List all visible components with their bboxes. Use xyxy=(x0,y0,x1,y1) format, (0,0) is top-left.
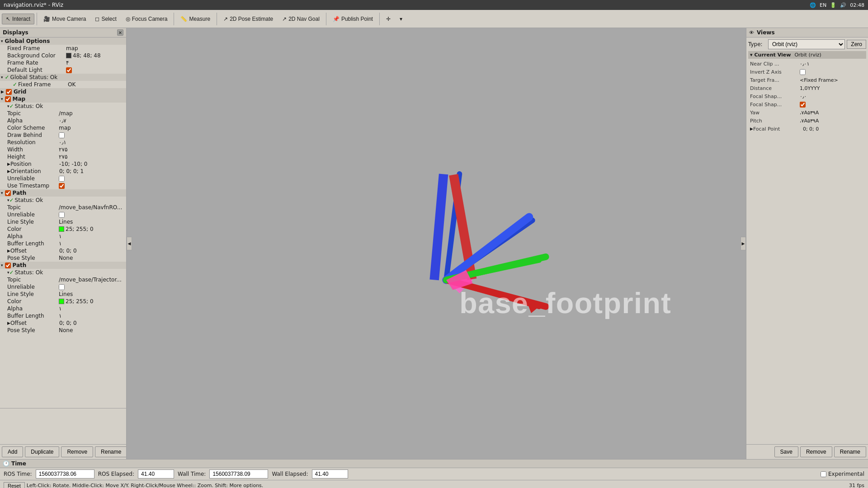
fixed-frame-value[interactable]: map xyxy=(66,45,78,52)
path2-expand[interactable]: ▾ xyxy=(1,263,3,267)
pitch-value[interactable]: ،۷A۵۳۹A xyxy=(800,118,864,124)
default-light-checkbox[interactable] xyxy=(66,67,72,73)
target-frame-value[interactable]: <Fixed Frame> xyxy=(800,77,864,83)
chevron-down-icon: ▾ xyxy=(400,16,402,22)
ros-time-input[interactable] xyxy=(36,469,94,479)
right-collapse-button[interactable]: ▶ xyxy=(741,237,746,250)
path2-offset-row[interactable]: ▶ Offset 0; 0; 0 xyxy=(0,319,126,327)
map-expand[interactable]: ▾ xyxy=(1,97,3,101)
interact-button[interactable]: ↖ Interact xyxy=(2,14,34,24)
map-orientation-expand[interactable]: ▶ xyxy=(7,169,10,174)
invert-z-checkbox[interactable] xyxy=(800,69,806,75)
path1-pose-style-value[interactable]: None xyxy=(59,255,73,261)
extra-tools-button[interactable]: ✛ xyxy=(382,14,395,24)
views-save-button[interactable]: Save xyxy=(774,446,798,457)
focus-camera-button[interactable]: ◎ Focus Camera xyxy=(122,14,172,24)
map-checkbox[interactable] xyxy=(5,96,11,102)
path1-checkbox[interactable] xyxy=(5,190,11,196)
bg-color-swatch[interactable] xyxy=(66,53,71,58)
path2-unreliable-label: Unreliable xyxy=(7,284,59,290)
path2-row[interactable]: ▾ Path xyxy=(0,262,126,269)
global-status-expand[interactable]: ▾ xyxy=(1,75,3,80)
map-unreliable-checkbox[interactable] xyxy=(59,176,65,182)
displays-close-button[interactable]: ✕ xyxy=(117,29,123,36)
map-use-timestamp-checkbox[interactable] xyxy=(59,183,65,189)
yaw-value[interactable]: ،۷A۵۳۹A xyxy=(800,110,864,116)
map-alpha-value[interactable]: ۰٫۷ xyxy=(59,117,66,124)
reset-button[interactable]: Reset xyxy=(4,482,25,488)
rename-button[interactable]: Rename xyxy=(95,446,127,457)
views-type-select[interactable]: Orbit (rviz) xyxy=(768,39,845,49)
path1-offset-row[interactable]: ▶ Offset 0; 0; 0 xyxy=(0,247,126,254)
path2-line-style-value[interactable]: Lines xyxy=(59,291,73,297)
duplicate-button[interactable]: Duplicate xyxy=(25,446,59,457)
ros-elapsed-input[interactable] xyxy=(138,469,174,479)
pose-estimate-button[interactable]: ↗ 2D Pose Estimate xyxy=(219,14,277,24)
path1-row[interactable]: ▾ Path xyxy=(0,189,126,197)
path1-buffer-length-value[interactable]: ۱ xyxy=(59,240,61,247)
map-resolution-label: Resolution xyxy=(7,139,59,145)
path1-pose-style-label: Pose Style xyxy=(7,255,59,261)
near-clip-value[interactable]: ۰٫۰۱ xyxy=(800,61,864,67)
global-options-expand[interactable]: ▾ xyxy=(1,39,3,43)
map-topic-value[interactable]: /map xyxy=(59,110,73,117)
remove-button[interactable]: Remove xyxy=(61,446,93,457)
focal-shape2-checkbox[interactable] xyxy=(800,102,806,108)
grid-checkbox[interactable] xyxy=(6,89,12,95)
left-collapse-button[interactable]: ◀ xyxy=(127,237,132,250)
wall-elapsed-input[interactable] xyxy=(312,469,348,479)
path2-color-swatch[interactable] xyxy=(59,299,64,304)
path1-topic-label: Topic xyxy=(7,204,59,211)
views-rename-button[interactable]: Rename xyxy=(834,446,866,457)
focal-point-row[interactable]: ▶ Focal Point 0; 0; 0 xyxy=(748,125,866,133)
path1-pose-style-row: Pose Style None xyxy=(0,254,126,262)
nav-goal-button[interactable]: ↗ 2D Nav Goal xyxy=(278,14,324,24)
select-button[interactable]: ◻ Select xyxy=(91,14,120,24)
path2-topic-value[interactable]: /move_base/Trajector... xyxy=(59,277,122,283)
path2-offset-expand[interactable]: ▶ xyxy=(7,321,10,325)
measure-button[interactable]: 📏 Measure xyxy=(176,14,214,24)
path1-line-style-value[interactable]: Lines xyxy=(59,219,73,225)
expand-current-view-icon[interactable]: ▾ xyxy=(750,52,753,58)
map-draw-behind-checkbox[interactable] xyxy=(59,132,65,138)
grid-row[interactable]: ▶ Grid xyxy=(0,88,126,95)
path2-checkbox[interactable] xyxy=(5,263,11,268)
wall-time-input[interactable] xyxy=(209,469,268,479)
focal-shape1-label: Focal Shap... xyxy=(750,94,800,99)
views-remove-button[interactable]: Remove xyxy=(800,446,832,457)
add-button[interactable]: Add xyxy=(2,446,23,457)
map-topic-row: Topic /map xyxy=(0,110,126,117)
path1-unreliable-checkbox[interactable] xyxy=(59,212,65,218)
path2-line-style-row: Line Style Lines xyxy=(0,291,126,298)
frame-rate-value[interactable]: ۴ xyxy=(66,60,69,66)
path2-buffer-length-value[interactable]: ۱ xyxy=(59,313,61,319)
map-alpha-row: Alpha ۰٫۷ xyxy=(0,117,126,124)
experimental-checkbox[interactable] xyxy=(821,471,826,477)
path1-unreliable-label: Unreliable xyxy=(7,211,59,218)
path2-pose-style-value[interactable]: None xyxy=(59,327,73,333)
map-position-row[interactable]: ▶ Position -10; -10; 0 xyxy=(0,160,126,168)
focal-point-expand[interactable]: ▶ xyxy=(750,127,753,131)
path2-alpha-value[interactable]: ۱ xyxy=(59,305,61,312)
viewport[interactable]: base_footprint ◀ ▶ xyxy=(127,28,746,459)
path1-color-swatch[interactable] xyxy=(59,226,64,232)
map-position-expand[interactable]: ▶ xyxy=(7,162,10,166)
path2-unreliable-checkbox[interactable] xyxy=(59,284,65,290)
move-camera-button[interactable]: 🎥 Move Camera xyxy=(39,14,90,24)
publish-point-button[interactable]: 📌 Publish Point xyxy=(329,14,377,24)
move-camera-icon: 🎥 xyxy=(43,16,50,22)
focal-shape1-value[interactable]: ۰٫۰ xyxy=(800,94,864,99)
global-options-row[interactable]: ▾ Global Options xyxy=(0,38,126,45)
global-status-row[interactable]: ▾ ✓ Global Status: Ok xyxy=(0,74,126,81)
dropdown-button[interactable]: ▾ xyxy=(396,14,406,24)
distance-value[interactable]: 1,0YYYY xyxy=(800,85,864,91)
grid-expand[interactable]: ▶ xyxy=(1,89,4,94)
map-orientation-row[interactable]: ▶ Orientation 0; 0; 0; 1 xyxy=(0,168,126,175)
map-color-scheme-value[interactable]: map xyxy=(59,125,71,131)
path1-offset-expand[interactable]: ▶ xyxy=(7,249,10,253)
zero-button[interactable]: Zero xyxy=(847,40,866,49)
map-row[interactable]: ▾ Map xyxy=(0,95,126,103)
path1-alpha-value[interactable]: ۱ xyxy=(59,233,61,239)
path1-expand[interactable]: ▾ xyxy=(1,191,3,195)
path1-topic-value[interactable]: /move_base/NavfnRO... xyxy=(59,204,122,211)
